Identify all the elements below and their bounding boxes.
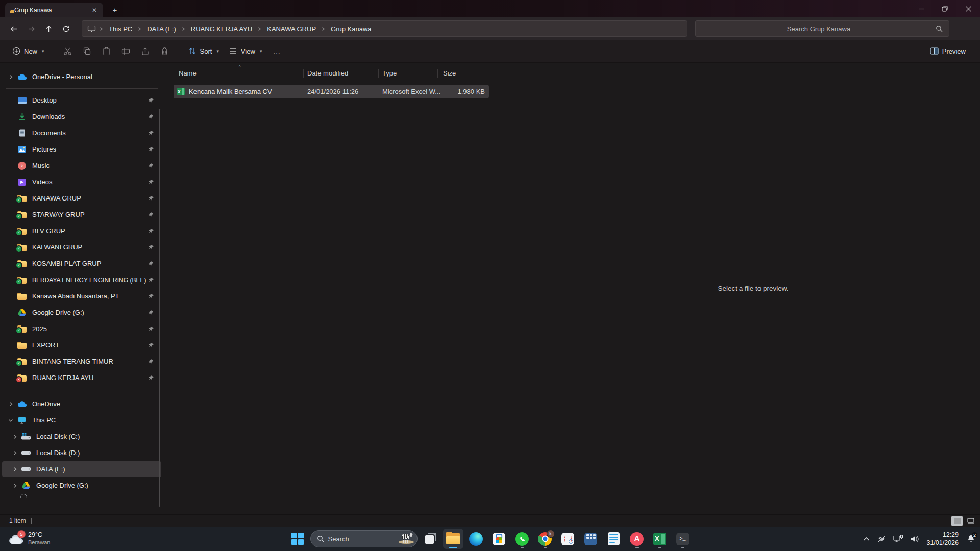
sidebar-item-2025[interactable]: ✓ 2025 (2, 321, 161, 337)
chevron-right-icon[interactable] (7, 402, 14, 407)
column-divider[interactable] (303, 69, 304, 78)
edge-taskbar-button[interactable] (466, 529, 486, 549)
sidebar-item-onedrive-personal[interactable]: OneDrive - Personal (2, 69, 161, 85)
column-header-date-modified[interactable]: Date modified (307, 69, 348, 77)
sidebar-item-export[interactable]: EXPORT (2, 337, 161, 353)
search-input[interactable]: Search Grup Kanawa (695, 20, 949, 37)
sidebar-item-data-e[interactable]: DATA (E:) (2, 461, 161, 477)
tray-chevron-up-icon[interactable] (863, 537, 870, 541)
view-lines-icon (229, 47, 237, 55)
large-icons-view-button[interactable] (965, 516, 977, 526)
sidebar-item-ruang-kerja-ayu[interactable]: ✕ RUANG KERJA AYU (2, 370, 161, 386)
sidebar-item-desktop[interactable]: Desktop (2, 92, 161, 108)
chevron-right-icon[interactable] (11, 483, 18, 488)
sidebar-item-onedrive[interactable]: OneDrive (2, 396, 161, 412)
delete-button[interactable] (155, 42, 175, 60)
snipping-tool-taskbar-button[interactable] (558, 529, 578, 549)
chevron-right-icon[interactable] (11, 467, 18, 472)
tab-close-icon[interactable]: ✕ (90, 6, 99, 15)
column-divider[interactable] (480, 69, 480, 78)
sidebar-scrollbar[interactable] (159, 109, 160, 507)
close-button[interactable] (957, 0, 980, 17)
notification-bell-icon[interactable]: 2 (966, 534, 976, 544)
breadcrumb-kanawa-grup[interactable]: KANAWA GRUP (263, 25, 320, 33)
new-button[interactable]: New ▾ (7, 42, 50, 60)
paste-button[interactable] (97, 42, 116, 60)
chevron-right-icon[interactable] (11, 434, 18, 439)
see-more-button[interactable]: … (267, 42, 286, 60)
partially-visible-item (20, 494, 28, 498)
column-header-size[interactable]: Size (443, 69, 456, 77)
sidebar-item-pictures[interactable]: Pictures (2, 141, 161, 157)
sidebar-item-blv-grup[interactable]: ✓ BLV GRUP (2, 223, 161, 239)
file-name: Kencana Malik Bersama CV (189, 88, 272, 95)
calculator-taskbar-button[interactable] (581, 529, 601, 549)
task-view-button[interactable] (420, 529, 440, 549)
chevron-right-icon[interactable] (11, 450, 18, 456)
column-header-type[interactable]: Type (382, 69, 397, 77)
sidebar-item-music[interactable]: ♪ Music (2, 158, 161, 173)
muted-icon[interactable] (877, 535, 886, 543)
search-icon (936, 25, 943, 32)
restore-button[interactable] (933, 0, 957, 17)
explorer-tab[interactable]: Grup Kanawa ✕ (5, 3, 103, 17)
breadcrumb[interactable]: This PC DATA (E:) RUANG KERJA AYU KANAWA… (82, 20, 687, 37)
network-ethernet-icon[interactable] (893, 535, 903, 543)
taskbar-search-input[interactable]: Search (310, 530, 418, 547)
sidebar-item-kalwani-grup[interactable]: ✓ KALWANI GRUP (2, 239, 161, 255)
breadcrumb-this-pc[interactable]: This PC (105, 25, 136, 33)
chevron-right-icon[interactable] (7, 74, 14, 80)
sidebar-item-kosambi-plat-grup[interactable]: ✓ KOSAMBI PLAT GRUP (2, 256, 161, 271)
volume-icon[interactable] (911, 535, 919, 543)
notepad-taskbar-button[interactable] (604, 529, 624, 549)
sort-button[interactable]: Sort ▾ (183, 42, 224, 60)
copy-button[interactable] (78, 42, 97, 60)
minimize-button[interactable] (910, 0, 933, 17)
file-row-selected[interactable]: x Kencana Malik Bersama CV 24/01/2026 11… (174, 85, 489, 98)
chevron-down-icon[interactable] (7, 418, 14, 423)
sidebar-item-starway-grup[interactable]: ✓ STARWAY GRUP (2, 207, 161, 222)
new-tab-button[interactable]: + (108, 3, 121, 16)
sidebar-item-google-drive-pinned[interactable]: Google Drive (G:) (2, 305, 161, 320)
up-button[interactable] (40, 20, 57, 37)
start-button[interactable] (287, 529, 308, 549)
column-divider[interactable] (437, 69, 438, 78)
whatsapp-taskbar-button[interactable] (512, 529, 532, 549)
chrome-taskbar-button[interactable]: k (535, 529, 555, 549)
sidebar-item-local-disk-c[interactable]: Local Disk (C:) (2, 429, 161, 444)
sidebar-item-local-disk-d[interactable]: Local Disk (D:) (2, 445, 161, 461)
sidebar-item-kanawa-grup[interactable]: ✓ KANAWA GRUP (2, 190, 161, 206)
view-button[interactable]: View ▾ (224, 42, 267, 60)
details-view-button[interactable] (951, 516, 963, 526)
sidebar-item-google-drive-g[interactable]: Google Drive (G:) (2, 478, 161, 493)
terminal-taskbar-button[interactable]: >_ (673, 529, 693, 549)
sidebar-item-documents[interactable]: Documents (2, 125, 161, 141)
sidebar-item-kanawa-abadi-nusantara[interactable]: Kanawa Abadi Nusantara, PT (2, 288, 161, 304)
breadcrumb-data-e[interactable]: DATA (E:) (143, 25, 180, 33)
forward-button[interactable] (22, 20, 40, 37)
pin-icon (148, 228, 154, 234)
sidebar-item-downloads[interactable]: Downloads (2, 109, 161, 124)
tray-clock[interactable]: 12:29 31/01/2026 (926, 531, 959, 547)
breadcrumb-ruang-kerja-ayu[interactable]: RUANG KERJA AYU (187, 25, 256, 33)
this-pc-icon (87, 25, 96, 33)
column-header-name[interactable]: Name (179, 69, 197, 77)
cut-button[interactable] (58, 42, 78, 60)
file-explorer-taskbar-button[interactable] (443, 529, 463, 549)
sidebar-item-bintang-terang-timur[interactable]: ✓ BINTANG TERANG TIMUR (2, 354, 161, 369)
share-button[interactable] (136, 42, 155, 60)
sidebar-item-this-pc[interactable]: This PC (2, 412, 161, 428)
column-divider[interactable] (378, 69, 379, 78)
rename-button[interactable] (116, 42, 136, 60)
back-button[interactable] (5, 20, 22, 37)
preview-toggle-button[interactable]: Preview (925, 42, 971, 60)
refresh-button[interactable] (57, 20, 75, 37)
excel-taskbar-button[interactable]: X (650, 529, 670, 549)
sidebar-item-berdaya-energy-grup[interactable]: ✓ BERDAYA ENERGY ENGINERING (BEE) GRUP (2, 272, 161, 288)
microsoft-store-taskbar-button[interactable] (489, 529, 509, 549)
anydesk-taskbar-button[interactable]: A (627, 529, 647, 549)
breadcrumb-grup-kanawa[interactable]: Grup Kanawa (327, 25, 376, 33)
file-size: 1.980 KB (439, 88, 485, 95)
sidebar-item-videos[interactable]: ▶ Videos (2, 174, 161, 190)
microsoft-store-icon (493, 533, 505, 545)
